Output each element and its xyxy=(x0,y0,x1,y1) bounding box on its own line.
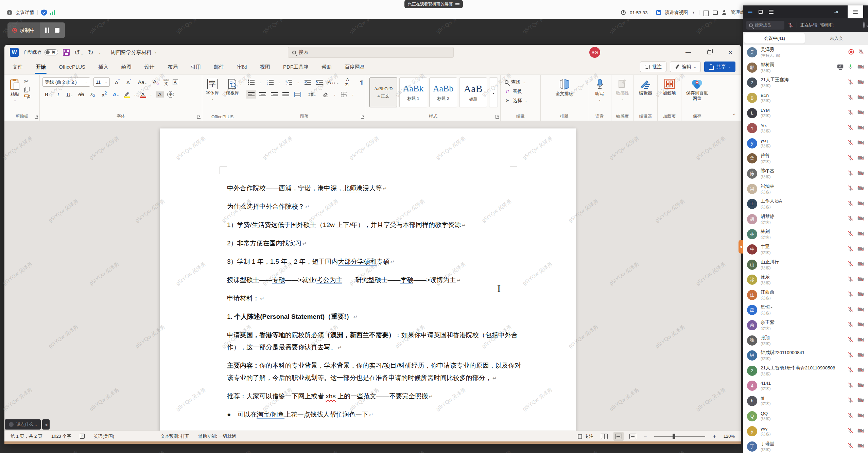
dock-panel-icon[interactable]: ⇥ xyxy=(834,9,838,15)
search-box[interactable]: 搜索 xyxy=(288,47,454,58)
mic-muted-icon[interactable] xyxy=(848,276,853,283)
proofing-icon[interactable] xyxy=(80,434,85,439)
page-indicator[interactable]: 第 1 页，共 2 页 xyxy=(11,433,42,439)
member-row[interactable]: 221人工王鑫涛(访客) xyxy=(743,75,868,90)
zoom-slider-thumb[interactable] xyxy=(673,434,675,439)
clear-formatting-button[interactable]: A◇ xyxy=(152,79,160,85)
style-item[interactable]: AaBbCcD↵正文 xyxy=(369,77,397,107)
style-item[interactable]: AaB标题 xyxy=(459,77,487,107)
asian-layout-button[interactable]: A↔⌄ xyxy=(328,79,338,85)
align-center-button[interactable] xyxy=(259,92,266,97)
mic-muted-icon[interactable] xyxy=(848,291,853,298)
enclose-characters-button[interactable]: 字 xyxy=(167,91,174,98)
copy-button[interactable] xyxy=(24,87,30,92)
undo-button[interactable]: ↺ ⌄ xyxy=(74,49,83,56)
mic-muted-icon[interactable] xyxy=(848,231,853,238)
camera-off-icon[interactable] xyxy=(857,140,864,146)
mic-muted-icon[interactable] xyxy=(848,79,853,86)
style-item[interactable]: AaBb标题 2 xyxy=(429,77,457,107)
font-library-button[interactable]: 字 字体库⌄ xyxy=(204,77,221,103)
ribbon-tab-文件[interactable]: 文件 xyxy=(12,62,23,72)
ribbon-tab-插入[interactable]: 插入 xyxy=(98,62,109,72)
line-spacing-button[interactable]: ↕≡⌄ xyxy=(306,91,318,98)
replace-button[interactable]: ⇄替换 xyxy=(505,87,540,96)
full-layout-button[interactable]: 全文排版 xyxy=(541,77,588,98)
member-row[interactable]: 涂涂乐(访客) xyxy=(743,272,868,288)
member-list[interactable]: 吴吴泽勇(主持人, 我)郭郭树雨(访客)221人工王鑫涛(访客)BB1n(访客)… xyxy=(743,45,868,453)
ribbon-tab-绘图[interactable]: 绘图 xyxy=(121,62,132,72)
template-library-button[interactable]: 模板库 xyxy=(224,77,241,103)
camera-off-icon[interactable] xyxy=(857,398,864,404)
editing-mode-button[interactable]: 编辑⌄ xyxy=(670,62,701,72)
menu-icon[interactable] xyxy=(853,9,858,15)
zoom-in-button[interactable]: + xyxy=(713,433,716,439)
document-text[interactable]: 中外合作院校——西浦，宁诺，港中深，北师港浸大等↵为什么选择中外合作院校？↵1）… xyxy=(227,182,526,427)
clipboard-dialog-launcher[interactable] xyxy=(35,115,38,119)
paragraph[interactable]: 1. 个人陈述(Personal Statement)（重要!）↵ xyxy=(227,311,526,323)
show-marks-button[interactable]: ¶ xyxy=(358,79,366,85)
ribbon-tab-OfficePLUS[interactable]: OfficePLUS xyxy=(58,62,86,72)
autosave-switch[interactable]: 关 xyxy=(45,49,58,55)
font-size-select[interactable]: 11⌄ xyxy=(93,77,110,87)
mic-muted-icon[interactable] xyxy=(848,201,853,208)
camera-off-icon[interactable] xyxy=(857,216,864,222)
list-view-icon[interactable] xyxy=(769,9,774,15)
camera-off-icon[interactable] xyxy=(857,277,864,283)
camera-off-icon[interactable] xyxy=(857,110,864,116)
mic-muted-icon[interactable] xyxy=(848,397,853,404)
mic-muted-icon[interactable] xyxy=(858,49,864,56)
text-prediction[interactable]: 文本预测: 打开 xyxy=(160,433,189,439)
focus-mode-button[interactable]: 专注 xyxy=(577,433,593,439)
font-color-button[interactable]: A xyxy=(140,91,146,97)
style-item[interactable]: AaBk标题 1 xyxy=(399,77,427,107)
word-count[interactable]: 1023 个字 xyxy=(51,433,71,439)
numbering-button[interactable]: 123 xyxy=(267,80,274,85)
mic-muted-icon[interactable] xyxy=(848,382,853,389)
mic-muted-icon[interactable] xyxy=(848,140,853,147)
collapse-ribbon-button[interactable]: ⌃ xyxy=(732,113,736,118)
account-avatar[interactable]: SG xyxy=(589,47,600,58)
editor-button[interactable]: 编辑器 xyxy=(634,77,657,97)
language-indicator[interactable]: 英语(美国) xyxy=(93,433,114,439)
search-members-button[interactable] xyxy=(863,22,865,28)
paragraph[interactable]: 为什么选择中外合作院校？↵ xyxy=(227,201,526,213)
paste-button[interactable]: 粘贴⌄ xyxy=(8,77,22,104)
member-row[interactable]: 44141(访客) xyxy=(743,378,868,394)
change-case-button[interactable]: Aa⌄ xyxy=(136,79,149,85)
camera-off-icon[interactable] xyxy=(857,261,864,268)
align-left-button[interactable] xyxy=(248,92,255,97)
mic-muted-icon[interactable] xyxy=(848,428,853,435)
member-row[interactable]: yyyy(访客) xyxy=(743,424,868,439)
member-row[interactable]: 钟钟成琪220110900841(访客) xyxy=(743,348,868,363)
distribute-button[interactable] xyxy=(294,92,301,97)
italic-button[interactable]: I xyxy=(54,91,62,98)
multilevel-list-button[interactable]: 1ai xyxy=(285,80,292,85)
increase-indent-button[interactable] xyxy=(316,80,323,85)
superscript-button[interactable]: x2 xyxy=(100,90,108,98)
zoom-slider[interactable] xyxy=(654,436,705,437)
chat-quick-input[interactable]: 说点什么... ◀ xyxy=(5,419,50,430)
find-button[interactable]: 查找⌄ xyxy=(505,77,540,87)
autosave-toggle[interactable]: 自动保存 关 xyxy=(23,49,58,55)
mic-muted-icon[interactable] xyxy=(848,170,853,177)
shield-icon[interactable] xyxy=(41,10,47,16)
cut-button[interactable]: ✂ xyxy=(24,78,30,85)
member-row[interactable]: 山山止川行(访客) xyxy=(743,257,868,272)
mic-muted-icon[interactable] xyxy=(848,413,853,420)
paragraph[interactable]: ● 可以在淘宝/闲鱼上花一点钱找人帮忙润色一下↵ xyxy=(227,408,526,421)
ribbon-tab-布局[interactable]: 布局 xyxy=(167,62,178,72)
member-row[interactable]: 星星恒~(访客) xyxy=(743,302,868,318)
mic-muted-icon[interactable] xyxy=(848,155,853,162)
paragraph-dialog-launcher[interactable] xyxy=(361,115,364,119)
minimize-button[interactable]: — xyxy=(678,45,699,60)
close-button[interactable]: ✕ xyxy=(720,45,741,60)
mic-muted-icon[interactable] xyxy=(848,352,853,359)
camera-off-icon[interactable] xyxy=(857,322,864,328)
pause-recording-button[interactable] xyxy=(45,28,49,33)
tab-in-meeting[interactable]: 会议中(41) xyxy=(744,33,805,43)
member-row[interactable]: 牛牛亚(访客) xyxy=(743,242,868,257)
strikethrough-button[interactable]: ab xyxy=(77,91,85,98)
borders-button[interactable] xyxy=(341,92,347,97)
bold-button[interactable]: B xyxy=(42,91,51,98)
member-row[interactable]: 胡胡琴静(访客) xyxy=(743,212,868,227)
